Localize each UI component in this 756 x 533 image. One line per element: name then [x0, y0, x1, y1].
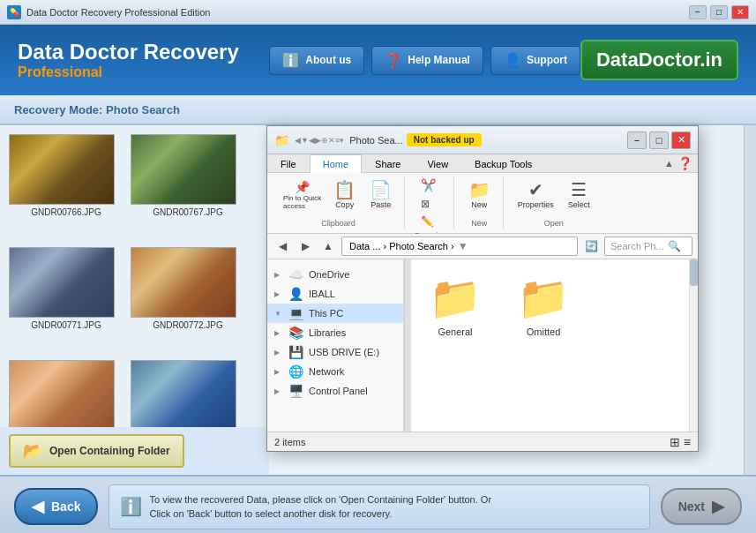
nav-up-button[interactable]: ▲: [318, 237, 338, 255]
file-label-general: General: [438, 327, 472, 337]
nav-item-usbdrive[interactable]: ▶ 💾 USB DRIVE (E:): [267, 342, 403, 362]
tab-file[interactable]: File: [267, 154, 310, 173]
explorer-title-text: Photo Sea...: [349, 135, 403, 146]
folder-icon: 📁: [517, 274, 570, 323]
next-button[interactable]: Next ▶: [661, 488, 742, 525]
pin-icon: 📌: [295, 180, 310, 194]
explorer-minimize-button[interactable]: −: [627, 131, 647, 149]
nav-item-network[interactable]: ▶ 🌐 Network: [267, 362, 403, 381]
properties-button[interactable]: ✔ Properties: [513, 176, 559, 212]
cut-button[interactable]: ✂️: [417, 176, 442, 194]
tab-view[interactable]: View: [414, 154, 461, 173]
photo-thumbnail: [9, 134, 115, 205]
explorer-close-button[interactable]: ✕: [671, 131, 691, 149]
help-button[interactable]: ❓ Help Manual: [371, 46, 483, 75]
main-scrollbar[interactable]: [744, 125, 756, 475]
photo-label: GNDR00767.JPG: [131, 207, 245, 217]
iball-icon: 👤: [288, 287, 303, 301]
new-folder-icon: 📁: [468, 179, 490, 200]
properties-label: Properties: [518, 200, 554, 209]
paste-icon: 📄: [370, 179, 392, 200]
scrollbar-thumb: [690, 259, 698, 286]
nav-item-libraries[interactable]: ▶ 📚 Libraries: [267, 323, 403, 342]
close-button[interactable]: ✕: [731, 5, 749, 19]
file-label-omitted: Omitted: [527, 327, 561, 337]
header-buttons: ℹ️ About us ❓ Help Manual 👤 Support: [269, 46, 580, 75]
copy-button[interactable]: 📋 Copy: [328, 176, 361, 212]
address-dropdown-icon[interactable]: ▼: [458, 240, 468, 252]
view-large-icon[interactable]: ⊞: [670, 435, 680, 449]
tab-home[interactable]: Home: [310, 154, 362, 173]
nav-item-thispc[interactable]: ▼ 💻 This PC: [267, 304, 403, 323]
properties-icon: ✔: [528, 179, 543, 200]
next-arrow-icon: ▶: [712, 497, 724, 516]
ribbon-content: 📌 Pin to Quickaccess 📋 Copy 📄 Paste Clip…: [267, 173, 698, 233]
tab-share[interactable]: Share: [362, 154, 414, 173]
photo-label: GNDR00772.JPG: [131, 320, 245, 330]
nav-item-iball[interactable]: ▶ 👤 IBALL: [267, 284, 403, 304]
about-button[interactable]: ℹ️ About us: [269, 46, 364, 75]
file-item-omitted[interactable]: 📁 Omitted: [508, 268, 579, 342]
folder-icon: 📂: [23, 441, 42, 461]
search-bar[interactable]: Search Ph... 🔍: [604, 236, 692, 256]
maximize-button[interactable]: □: [710, 5, 728, 19]
list-item[interactable]: GNDR00767.JPG: [131, 134, 245, 240]
onedrive-icon: ☁️: [288, 267, 303, 282]
open-containing-folder-button[interactable]: 📂 Open Containing Folder: [9, 434, 184, 468]
address-bar[interactable]: Data ... › Photo Search › ▼: [341, 236, 578, 256]
nav-arrow-icon: ▶: [274, 329, 283, 337]
explorer-files: 📁 General 📁 Omitted: [411, 259, 689, 432]
user-icon: 👤: [504, 52, 521, 69]
pin-label: Pin to Quickaccess: [283, 194, 321, 210]
nav-item-onedrive[interactable]: ▶ ☁️ OneDrive: [267, 265, 403, 284]
new-group-label: New: [471, 217, 487, 229]
nav-back-button[interactable]: ◀: [273, 237, 292, 255]
mode-label: Recovery Mode: Photo Search: [14, 103, 180, 116]
ribbon-collapse-button[interactable]: ▲: [664, 158, 674, 169]
nav-arrow-icon: ▶: [274, 349, 283, 357]
nav-scrollbar[interactable]: [404, 259, 411, 432]
list-item[interactable]: GNDR00766.JPG: [9, 134, 124, 240]
window-controls: − □ ✕: [689, 5, 749, 19]
explorer-maximize-button[interactable]: □: [649, 131, 669, 149]
usb-icon: 💾: [288, 345, 303, 359]
app-header: Data Doctor Recovery Professional ℹ️ Abo…: [0, 25, 756, 95]
explorer-ribbon: File Home Share View Backup Tools ▲ ❓ 📌 …: [267, 154, 698, 234]
titlebar: 💊 Data Doctor Recovery Professional Edit…: [0, 0, 756, 25]
list-item[interactable]: GNDR00772.JPG: [131, 247, 245, 353]
explorer-statusbar: 2 items ⊞ ≡: [267, 432, 698, 451]
support-button[interactable]: 👤 Support: [490, 46, 580, 75]
select-button[interactable]: ☰ Select: [563, 176, 595, 212]
nav-forward-button[interactable]: ▶: [296, 237, 315, 255]
paste-button[interactable]: 📄 Paste: [364, 176, 397, 212]
pin-to-quick-access-button[interactable]: 📌 Pin to Quickaccess: [280, 178, 325, 212]
main-content: GNDR00766.JPG GNDR00767.JPG GNDR00771.JP…: [0, 125, 756, 475]
ribbon-help-icon[interactable]: ❓: [677, 156, 692, 170]
rename-button[interactable]: ✏️: [417, 214, 442, 229]
ribbon-group-clipboard: 📌 Pin to Quickaccess 📋 Copy 📄 Paste Clip…: [273, 176, 405, 229]
back-button[interactable]: ◀ Back: [14, 488, 98, 525]
copy-label: Copy: [335, 200, 354, 209]
ribbon-organize-buttons: ✂️ ⊠ ✏️: [417, 176, 442, 229]
modebar: Recovery Mode: Photo Search: [0, 95, 756, 125]
delete-button[interactable]: ⊠: [417, 196, 442, 212]
copy-icon: 📋: [333, 179, 356, 200]
tab-backup-tools[interactable]: Backup Tools: [461, 154, 545, 173]
minimize-button[interactable]: −: [689, 5, 707, 19]
photo-thumbnail: [9, 360, 115, 431]
photo-thumbnail: [131, 247, 236, 318]
file-item-general[interactable]: 📁 General: [420, 268, 490, 342]
explorer-scrollbar[interactable]: [689, 259, 698, 432]
open-group-label: Open: [544, 217, 564, 229]
list-item[interactable]: GNDR00771.JPG: [9, 247, 124, 353]
nav-item-controlpanel[interactable]: ▶ 🖥️ Control Panel: [267, 381, 403, 401]
view-list-icon[interactable]: ≡: [684, 435, 691, 449]
nav-arrow-icon: ▶: [274, 368, 283, 376]
select-icon: ☰: [571, 179, 587, 200]
nav-label-iball: IBALL: [309, 289, 335, 299]
photo-thumbnail: [131, 134, 236, 205]
bottom-bar: ◀ Back ℹ️ To view the recovered Data, pl…: [0, 475, 756, 533]
refresh-button[interactable]: 🔄: [581, 236, 601, 256]
new-button[interactable]: 📁 New: [463, 176, 496, 212]
ribbon-clipboard-buttons: 📌 Pin to Quickaccess 📋 Copy 📄 Paste: [280, 176, 397, 212]
